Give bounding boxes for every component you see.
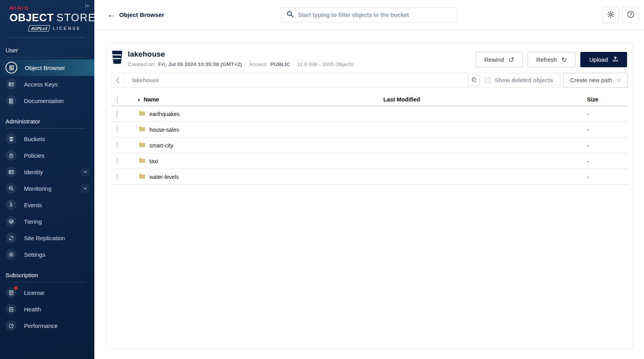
tiering-icon xyxy=(6,216,17,227)
sidebar-item-label: Monitoring xyxy=(24,185,52,192)
row-checkbox[interactable] xyxy=(117,142,118,149)
row-checkbox[interactable] xyxy=(117,110,118,118)
object-size: - xyxy=(574,142,628,149)
bucket-header-text: lakehouse Created on: Fri, Jul 05 2024 1… xyxy=(128,50,353,67)
current-path: lakehouse xyxy=(132,77,468,83)
create-new-path-button[interactable]: Create new path :// xyxy=(563,73,628,88)
row-checkbox[interactable] xyxy=(117,173,118,180)
sidebar-item-policies[interactable]: Policies xyxy=(0,147,94,164)
agpl-badge: AGPLv3 xyxy=(28,25,50,31)
monitoring-icon xyxy=(6,183,17,194)
row-checkbox[interactable] xyxy=(117,126,118,133)
folder-icon xyxy=(139,142,145,149)
pathbar: lakehouse Show deleted objects xyxy=(111,73,560,88)
search-icon xyxy=(287,11,294,19)
select-all-checkbox[interactable] xyxy=(117,96,118,103)
sidebar-item-label: Settings xyxy=(24,251,45,258)
object-size: - xyxy=(574,127,628,133)
search-box[interactable] xyxy=(281,7,457,22)
sidebar-item-label: Object Browser xyxy=(25,64,65,71)
settings-gear-button[interactable] xyxy=(602,7,619,23)
bucket-name: lakehouse xyxy=(128,50,353,59)
sidebar-item-health[interactable]: Health xyxy=(0,301,94,317)
settings-icon xyxy=(6,249,17,260)
performance-icon xyxy=(6,320,17,331)
upload-icon xyxy=(612,56,618,63)
column-header-name[interactable]: Name xyxy=(144,96,159,103)
rewind-icon: ↺ xyxy=(508,56,514,63)
bucket-icon xyxy=(111,50,123,66)
sidebar-item-label: License xyxy=(24,289,44,296)
table-row-earthquakes[interactable]: earthquakes- xyxy=(111,106,628,122)
sidebar-item-label: Identity xyxy=(24,169,43,175)
copy-path-button[interactable] xyxy=(468,74,480,86)
events-icon: λ xyxy=(6,199,17,210)
minio-logo: MINIO OBJECTSTORE AGPLv3 LICENSE xyxy=(0,0,94,31)
section-divider xyxy=(6,57,85,57)
object-name[interactable]: taxi xyxy=(149,158,158,164)
sidebar-item-performance[interactable]: Performance xyxy=(0,317,94,334)
chevron-down-icon[interactable] xyxy=(81,168,90,176)
page-title: Object Browser xyxy=(119,11,164,18)
created-label: Created on: xyxy=(128,61,156,67)
sidebar-item-label: Site Replication xyxy=(24,235,65,241)
sort-asc-icon[interactable]: ▲ xyxy=(137,98,141,101)
logo-divider xyxy=(9,37,86,38)
sidebar-item-buckets[interactable]: Buckets xyxy=(0,131,94,147)
sidebar-item-documentation[interactable]: Documentation xyxy=(0,92,94,109)
sidebar-item-tiering[interactable]: Tiering xyxy=(0,213,94,230)
created-value: Fri, Jul 05 2024 10:35:08 (GMT+2) xyxy=(158,61,242,67)
object-name[interactable]: earthquakes xyxy=(149,111,180,117)
chevron-down-icon[interactable] xyxy=(81,184,90,193)
buckets-icon xyxy=(6,133,17,144)
object-size: - xyxy=(574,158,628,164)
copy-icon xyxy=(471,77,477,84)
notification-dot xyxy=(14,286,18,290)
sidebar-item-license[interactable]: License xyxy=(0,284,94,301)
table-row-taxi[interactable]: taxi- xyxy=(111,153,628,169)
brand-name: MINIO xyxy=(9,5,86,11)
sidebar-item-identity[interactable]: Identity xyxy=(0,164,94,180)
sidebar-sections: UserObject BrowserAccess KeysDocumentati… xyxy=(0,47,94,334)
show-deleted-toggle[interactable]: Show deleted objects xyxy=(485,77,553,83)
access-value[interactable]: PUBLIC xyxy=(270,61,290,67)
object-name[interactable]: smart-city xyxy=(149,142,173,149)
path-back-button[interactable] xyxy=(112,73,124,87)
refresh-button[interactable]: Refresh ↻ xyxy=(528,52,576,67)
column-header-last-modified[interactable]: Last Modified xyxy=(383,96,574,103)
folder-icon xyxy=(139,158,145,164)
health-icon xyxy=(6,304,17,315)
topbar-actions: ? xyxy=(602,7,639,23)
help-button[interactable]: ? xyxy=(622,7,639,23)
rewind-button[interactable]: Rewind ↺ xyxy=(476,52,523,67)
sidebar-item-object-browser[interactable]: Object Browser xyxy=(0,59,94,76)
search-input[interactable] xyxy=(298,12,452,18)
access-label: Access: xyxy=(249,61,267,67)
back-arrow-icon[interactable]: ← xyxy=(107,10,115,19)
bucket-browser-card: lakehouse Created on: Fri, Jul 05 2024 1… xyxy=(106,43,633,349)
sidebar: MINIO OBJECTSTORE AGPLv3 LICENSE UserObj… xyxy=(0,0,94,359)
table-header-row: ▲ Name Last Modified Size xyxy=(111,93,628,106)
table-row-house-sales[interactable]: house-sales- xyxy=(111,122,628,138)
license-icon xyxy=(6,287,17,298)
sidebar-item-access-keys[interactable]: Access Keys xyxy=(0,76,94,92)
sidebar-item-events[interactable]: λEvents xyxy=(0,197,94,213)
table-row-smart-city[interactable]: smart-city- xyxy=(111,138,628,153)
object-name[interactable]: water-levels xyxy=(149,174,179,180)
bucket-header: lakehouse Created on: Fri, Jul 05 2024 1… xyxy=(111,44,628,72)
object-name[interactable]: house-sales xyxy=(149,127,179,133)
sidebar-section-administrator: AdministratorBucketsPoliciesIdentityMoni… xyxy=(0,118,94,263)
object-size: - xyxy=(574,174,628,180)
object-size: - xyxy=(574,111,628,117)
sidebar-item-settings[interactable]: Settings xyxy=(0,246,94,263)
upload-button[interactable]: Upload xyxy=(580,52,627,67)
sidebar-item-monitoring[interactable]: Monitoring xyxy=(0,180,94,197)
help-icon: ? xyxy=(627,10,635,20)
row-checkbox[interactable] xyxy=(117,158,118,165)
column-header-size[interactable]: Size xyxy=(574,96,628,103)
sidebar-item-site-replication[interactable]: Site Replication xyxy=(0,230,94,246)
access-keys-icon xyxy=(6,79,17,90)
documentation-icon xyxy=(6,95,17,106)
show-deleted-checkbox[interactable] xyxy=(485,77,491,83)
table-row-water-levels[interactable]: water-levels- xyxy=(111,169,628,185)
